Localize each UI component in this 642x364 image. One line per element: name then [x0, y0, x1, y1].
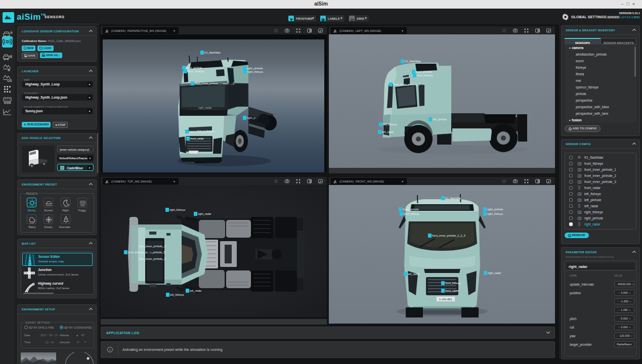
svg-text:A: A [8, 68, 10, 72]
svg-text:OS: OS [7, 79, 12, 82]
svg-text:1-ON-861: 1-ON-861 [439, 298, 453, 301]
